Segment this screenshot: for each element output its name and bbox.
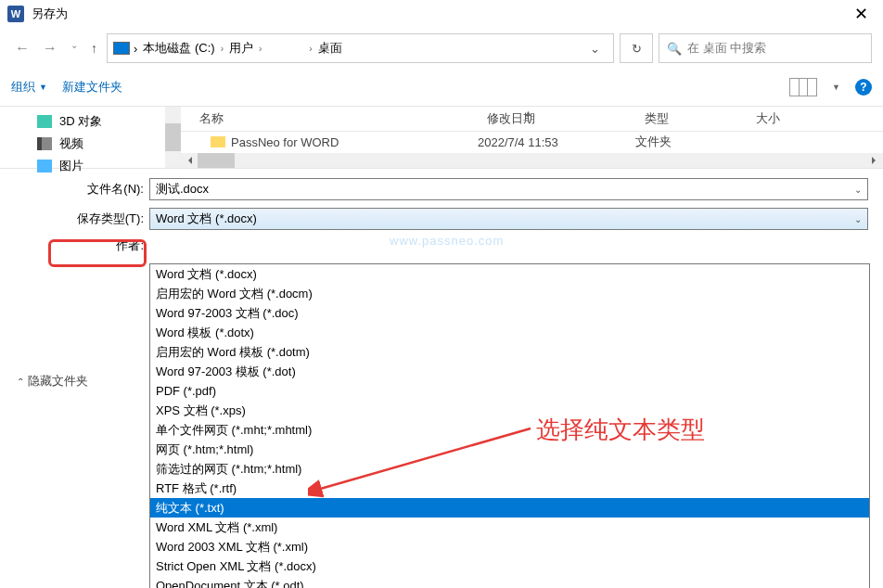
- search-input[interactable]: 🔍 在 桌面 中搜索: [659, 33, 872, 63]
- sidebar: 3D 对象 视频 图片: [0, 107, 181, 168]
- filetype-option[interactable]: Word 模板 (*.dotx): [150, 323, 869, 342]
- pc-icon: [113, 42, 130, 55]
- hide-folders-toggle[interactable]: ⌃ 隐藏文件夹: [17, 373, 88, 390]
- chevron-right-icon: ›: [219, 44, 225, 54]
- column-size[interactable]: 大小: [747, 110, 883, 127]
- filetype-option[interactable]: 启用宏的 Word 模板 (*.dotm): [150, 342, 869, 362]
- svg-line-1: [317, 428, 531, 490]
- chevron-down-icon[interactable]: ⌄: [854, 214, 862, 224]
- chevron-down-icon[interactable]: ⌄: [854, 185, 862, 195]
- chevron-down-icon: ▼: [39, 83, 47, 92]
- savetype-select[interactable]: Word 文档 (*.docx) ⌄: [149, 208, 868, 230]
- annotation-highlight-box: [48, 239, 147, 267]
- toolbar: 组织 ▼ 新建文件夹 ▼ ?: [0, 69, 883, 106]
- address-bar[interactable]: › 本地磁盘 (C:) › 用户 › › 桌面 ⌄: [107, 33, 614, 63]
- folder-icon: [211, 136, 225, 147]
- help-button[interactable]: ?: [855, 79, 872, 96]
- filetype-option[interactable]: 启用宏的 Word 文档 (*.docm): [150, 284, 869, 303]
- filename-input[interactable]: 测试.docx ⌄: [149, 178, 868, 200]
- content-area: 3D 对象 视频 图片 ▲ 名称 修改日期 类型 大小 PassNeo for …: [0, 106, 883, 169]
- breadcrumb-user[interactable]: [265, 40, 305, 57]
- filetype-option[interactable]: Word 文档 (*.docx): [150, 264, 869, 284]
- organize-button[interactable]: 组织 ▼: [11, 79, 47, 96]
- column-name[interactable]: 名称: [181, 110, 478, 127]
- up-button[interactable]: ↑: [91, 41, 97, 56]
- horizontal-scrollbar[interactable]: [181, 153, 883, 168]
- recent-dropdown[interactable]: ⌄: [67, 38, 82, 58]
- breadcrumb-desktop[interactable]: 桌面: [316, 40, 344, 57]
- titlebar: W 另存为 ✕: [0, 0, 883, 28]
- chevron-right-icon: ›: [307, 44, 314, 54]
- 3d-objects-icon: [37, 115, 52, 128]
- filename-label: 文件名(N):: [15, 181, 149, 198]
- filetype-option[interactable]: Strict Open XML 文档 (*.docx): [150, 556, 869, 576]
- search-icon: 🔍: [667, 42, 682, 56]
- chevron-right-icon: ›: [134, 42, 137, 56]
- chevron-up-icon: ⌃: [17, 377, 24, 387]
- column-date[interactable]: 修改日期: [478, 110, 635, 127]
- sidebar-scrollbar[interactable]: [165, 107, 181, 168]
- back-button[interactable]: ←: [11, 38, 33, 58]
- chevron-right-icon: ›: [257, 44, 263, 54]
- filetype-option[interactable]: Word 2003 XML 文档 (*.xml): [150, 537, 869, 556]
- file-row[interactable]: PassNeo for WORD 2022/7/4 11:53 文件夹: [181, 132, 883, 153]
- nav-arrows: ← → ⌄: [11, 38, 82, 58]
- video-icon: [37, 137, 52, 150]
- filetype-option[interactable]: PDF (*.pdf): [150, 381, 869, 401]
- close-button[interactable]: ✕: [847, 4, 876, 24]
- new-folder-button[interactable]: 新建文件夹: [62, 79, 122, 96]
- sort-indicator-icon: ▲: [524, 109, 532, 118]
- file-panel: ▲ 名称 修改日期 类型 大小 PassNeo for WORD 2022/7/…: [181, 107, 883, 168]
- watermark: www.passneo.com: [390, 234, 504, 248]
- filetype-option[interactable]: Word 97-2003 文档 (*.doc): [150, 303, 869, 323]
- filetype-option[interactable]: Word XML 文档 (*.xml): [150, 518, 869, 537]
- search-placeholder: 在 桌面 中搜索: [687, 40, 766, 57]
- refresh-button[interactable]: ↻: [620, 33, 653, 63]
- nav-row: ← → ⌄ ↑ › 本地磁盘 (C:) › 用户 › › 桌面 ⌄ ↻ 🔍 在 …: [0, 28, 883, 69]
- savetype-label: 保存类型(T):: [15, 211, 149, 227]
- forward-button[interactable]: →: [39, 38, 61, 58]
- word-icon: W: [7, 6, 24, 22]
- view-mode-button[interactable]: [789, 78, 817, 96]
- breadcrumb-users[interactable]: 用户: [227, 40, 255, 57]
- annotation-arrow: [308, 415, 540, 508]
- breadcrumb-drive[interactable]: 本地磁盘 (C:): [141, 40, 216, 57]
- address-dropdown[interactable]: ⌄: [582, 42, 608, 56]
- window-title: 另存为: [32, 6, 847, 22]
- sidebar-item-videos[interactable]: 视频: [0, 133, 181, 155]
- filetype-option[interactable]: OpenDocument 文本 (*.odt): [150, 576, 869, 588]
- sidebar-item-3d[interactable]: 3D 对象: [0, 110, 181, 133]
- annotation-text: 选择纯文本类型: [536, 414, 705, 446]
- column-type[interactable]: 类型: [635, 110, 747, 127]
- chevron-down-icon[interactable]: ▼: [832, 83, 840, 92]
- breadcrumb: 本地磁盘 (C:) › 用户 › › 桌面: [141, 40, 343, 57]
- filetype-option[interactable]: Word 97-2003 模板 (*.dot): [150, 362, 869, 381]
